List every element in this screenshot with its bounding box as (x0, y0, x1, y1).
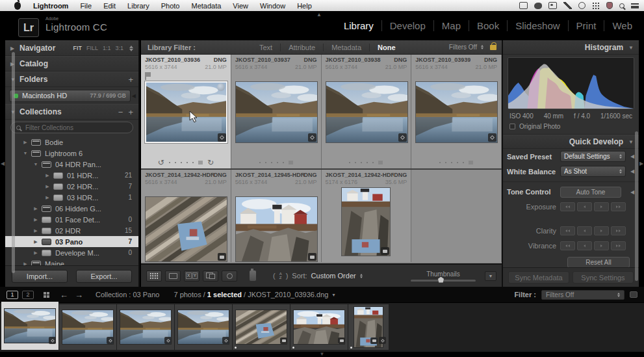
color-label-square[interactable] (198, 161, 203, 165)
spotlight-search-icon[interactable] (619, 3, 625, 8)
vibrance-plus-button[interactable] (594, 241, 609, 250)
module-library[interactable]: Library (336, 20, 381, 31)
collection-develope-m[interactable]: ▶ Develope M... 0 (5, 247, 138, 258)
develop-settings-badge[interactable] (107, 337, 114, 344)
navigator-header[interactable]: ▶ Navigator FIT FILL 1:1 3:1 (5, 40, 138, 56)
collection-set-04-hdr-pan[interactable]: ▼ 04 HDR Pan... (5, 159, 138, 170)
develop-settings-badge[interactable] (49, 337, 56, 344)
module-develop[interactable]: Develop (381, 20, 433, 31)
disclosure-icon[interactable]: ▶ (32, 250, 39, 256)
sort-stepper[interactable] (360, 274, 363, 278)
disclosure-icon[interactable]: ▶ (44, 173, 51, 178)
module-book[interactable]: Book (469, 20, 507, 31)
volume-expand-icon[interactable]: ◀ (132, 93, 136, 99)
thumbnail-size-slider[interactable] (411, 280, 476, 282)
exposure-plus2-button[interactable] (611, 202, 626, 211)
saved-preset-dropdown[interactable]: Default Settings (560, 151, 626, 162)
grid-cell-03937[interactable]: JKOST_2010_03937DNG 5616 x 374421.0 MP (231, 55, 322, 168)
collection-02-hdr-main[interactable]: ▶ 02 HDR 15 (5, 225, 138, 236)
filmstrip-thumb-2[interactable] (59, 304, 116, 350)
disclosure-icon[interactable]: ▶ (32, 206, 39, 211)
quick-develop-header[interactable]: Quick Develop ▼ (503, 135, 639, 149)
disclosure-icon[interactable]: ▶ (22, 140, 29, 145)
photo-thumbnail[interactable] (145, 81, 227, 143)
photo-thumbnail[interactable] (145, 196, 227, 262)
source-dropdown-icon[interactable]: ▾ (332, 292, 335, 298)
disclosure-icon[interactable]: ▶ (32, 217, 39, 222)
color-label-square[interactable] (289, 161, 293, 165)
disclosure-icon[interactable]: ▼ (32, 162, 39, 166)
sync-settings-button[interactable]: Sync Settings (573, 271, 634, 284)
clarity-plus-button[interactable] (594, 226, 609, 235)
photo-thumbnail[interactable] (326, 81, 408, 143)
apple-menu-icon[interactable] (14, 2, 21, 10)
menu-edit[interactable]: Edit (97, 2, 122, 10)
catalog-header[interactable]: ▶ Catalog (5, 56, 138, 72)
video-icon[interactable] (548, 2, 557, 9)
develop-settings-badge[interactable] (488, 133, 496, 142)
grid-cell-12942-hdr-pano[interactable]: JKOST_2014_12942-HDR-PanoDNG 5174 x 6176… (322, 170, 412, 262)
collections-header[interactable]: ▼ Collections − + (5, 104, 138, 120)
disclosure-icon[interactable]: ▼ (22, 151, 29, 155)
creative-cloud-icon[interactable] (578, 2, 586, 9)
slider-knob[interactable] (438, 277, 444, 283)
collection-03-pano-selected[interactable]: ▶ 03 Pano 7 (5, 236, 138, 247)
rating-dots[interactable] (169, 162, 194, 163)
export-button[interactable]: Export... (76, 270, 132, 283)
disclosure-icon[interactable]: ▶ (44, 195, 51, 200)
collection-03-hdr[interactable]: ▶ 03 HDR... 1 (5, 192, 138, 203)
keyword-badge[interactable] (280, 337, 287, 344)
disclosure-icon[interactable]: ▶ (32, 239, 39, 245)
sort-az-icon[interactable]: AZ (279, 272, 282, 280)
develop-settings-badge[interactable] (222, 337, 229, 344)
exposure-plus-button[interactable] (594, 202, 609, 211)
survey-view-button[interactable] (203, 271, 218, 282)
collection-set-bodie[interactable]: ▶ Bodie (5, 137, 138, 148)
develop-settings-badge[interactable] (308, 133, 316, 142)
menu-file[interactable]: File (74, 2, 97, 10)
histogram-header[interactable]: Histogram ▼ (503, 40, 639, 55)
collection-02-hdr[interactable]: ▶ 02 HDR... 7 (5, 181, 138, 192)
keyword-badge[interactable] (218, 253, 226, 261)
rotate-left-icon[interactable]: ↺ (158, 159, 164, 166)
filter-preset-dropdown[interactable]: Filters Off (449, 44, 477, 51)
keyword-badge[interactable] (381, 247, 389, 255)
rotate-right-icon[interactable]: ↻ (207, 159, 214, 166)
add-folder-button[interactable]: + (128, 75, 133, 85)
sort-value-dropdown[interactable]: Custom Order (311, 272, 356, 280)
grid-source-icon[interactable] (43, 291, 50, 298)
filmstrip-filter-switch[interactable] (630, 291, 638, 298)
filmstrip-thumb-5[interactable] (233, 304, 290, 350)
compare-view-button[interactable]: XY (184, 271, 200, 282)
import-button[interactable]: Import... (12, 270, 68, 283)
notification-list-icon[interactable] (631, 3, 639, 8)
quick-collection-badge[interactable] (217, 83, 225, 91)
rating-dots[interactable] (439, 162, 464, 163)
keyword-badge[interactable] (308, 253, 316, 261)
flag-icon[interactable] (145, 72, 151, 77)
bottom-panel-collapse[interactable]: ▼ (0, 352, 644, 357)
left-panel-collapse[interactable]: ◀ (0, 40, 5, 287)
folders-header[interactable]: ▼ Folders + (5, 72, 138, 87)
white-balance-dropdown[interactable]: As Shot (560, 166, 626, 177)
shield-icon[interactable] (606, 2, 613, 9)
filter-tab-attribute[interactable]: Attribute (280, 44, 323, 51)
filmstrip-thumb-4[interactable] (175, 304, 232, 350)
exposure-minus-button[interactable] (577, 202, 592, 211)
grid-cell-12945-hdr[interactable]: JKOST_2014_12945-HDRDNG 5616 x 374421.0 … (231, 170, 322, 262)
filter-tab-metadata[interactable]: Metadata (323, 44, 369, 51)
develop-settings-badge[interactable] (218, 133, 226, 142)
module-map[interactable]: Map (433, 20, 469, 31)
develop-settings-badge[interactable] (398, 133, 407, 142)
top-panel-collapse-icon[interactable]: ▲ (316, 12, 322, 18)
filter-tab-none[interactable]: None (369, 44, 404, 51)
grid-cell-03938[interactable]: JKOST_2010_03938DNG 5616 x 374421.0 MP (322, 55, 412, 168)
toolbar-options-dropdown[interactable]: ▼ (485, 271, 496, 281)
grid-cell-03936[interactable]: JKOST_2010_03936DNG 5616 x 374421.0 MP ↺ (141, 55, 231, 168)
clarity-minus2-button[interactable] (560, 226, 575, 235)
vibrance-plus2-button[interactable] (611, 241, 626, 250)
zoom-3-1[interactable]: 3:1 (115, 45, 123, 51)
filter-collections-box[interactable] (10, 122, 133, 133)
vibrance-minus-button[interactable] (577, 241, 592, 250)
second-window-button[interactable]: 2 (22, 291, 34, 299)
